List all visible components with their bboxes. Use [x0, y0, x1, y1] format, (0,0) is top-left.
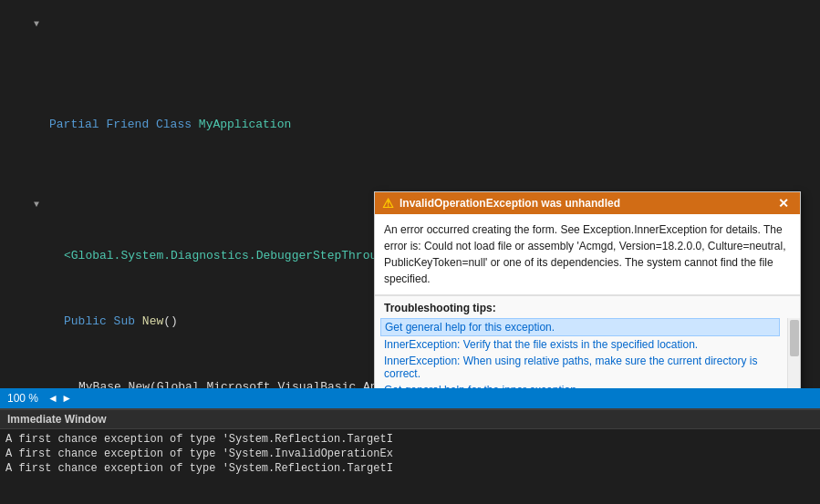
status-bar: 100 % ◄ ► [0, 388, 820, 408]
plain-text: () [163, 314, 178, 328]
exception-body: An error occurred creating the form. See… [375, 214, 800, 295]
exception-popup: ⚠ InvalidOperationException was unhandle… [374, 191, 801, 388]
tip-item-3[interactable]: InnerException: When using relative path… [384, 353, 776, 382]
immediate-line-3: A first chance exception of type 'System… [5, 462, 815, 477]
collapse-icon-1[interactable]: ▼ [34, 16, 39, 33]
exception-header: ⚠ InvalidOperationException was unhandle… [375, 192, 800, 214]
immediate-line-2: A first chance exception of type 'System… [5, 447, 815, 462]
nav-arrows[interactable]: ◄ ► [47, 392, 72, 405]
editor-area: ▼ ▼ Partial Friend Class MyApplication [0, 0, 820, 388]
keyword: Public Sub [64, 314, 142, 328]
keyword: Partial Friend Class [49, 117, 199, 133]
immediate-window-header: Immediate Window [0, 410, 820, 429]
immediate-window-content[interactable]: A first chance exception of type 'System… [0, 429, 820, 504]
code-line [46, 51, 820, 67]
exception-message: An error occurred creating the form. See… [384, 223, 786, 285]
warning-icon: ⚠ [382, 196, 394, 211]
immediate-line-1: A first chance exception of type 'System… [5, 433, 815, 447]
troubleshooting-header: Troubleshooting tips: [375, 296, 800, 318]
troubleshooting-section: Troubleshooting tips: Get general help f… [375, 295, 800, 388]
exception-header-left: ⚠ InvalidOperationException was unhandle… [382, 196, 620, 211]
immediate-window: Immediate Window A first chance exceptio… [0, 408, 820, 504]
close-button[interactable]: ✕ [774, 197, 793, 210]
scrollbar-thumb [790, 320, 799, 356]
method: New [142, 314, 163, 328]
tip-item-1[interactable]: Get general help for this exception. [380, 318, 780, 336]
collapse-icon-2[interactable]: ▼ [34, 197, 39, 213]
exception-title: InvalidOperationException was unhandled [400, 197, 620, 210]
immediate-text-1: A first chance exception of type 'System… [5, 433, 393, 446]
code-container: ▼ ▼ Partial Friend Class MyApplication [0, 0, 820, 388]
immediate-text-2: A first chance exception of type 'System… [5, 447, 393, 460]
tip-item-4[interactable]: Get general help for the inner exception… [384, 382, 776, 388]
troubleshooting-list: Get general help for this exception. Inn… [375, 318, 800, 388]
zoom-level: 100 % [7, 392, 38, 405]
class-name: MyApplication [199, 117, 291, 133]
immediate-text-3: A first chance exception of type 'System… [5, 462, 393, 475]
collapse-gutter: ▼ ▼ [32, 0, 46, 388]
troubleshooting-inner: Get general help for this exception. Inn… [375, 318, 785, 388]
scrollbar[interactable] [787, 318, 800, 388]
code-line: Partial Friend Class MyApplication [46, 117, 820, 133]
line-numbers [0, 0, 32, 388]
tip-item-2[interactable]: InnerException: Verify that the file exi… [384, 336, 776, 353]
